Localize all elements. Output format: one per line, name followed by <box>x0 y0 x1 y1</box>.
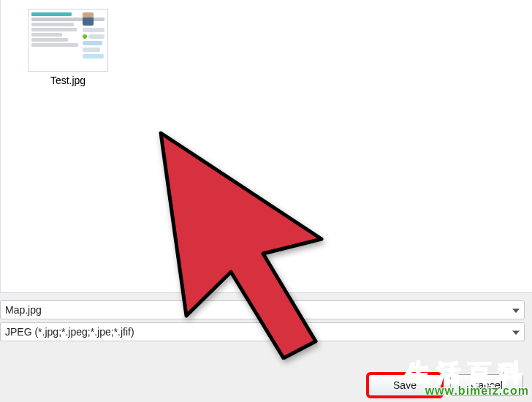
filename-combo[interactable]: Map.jpg <box>0 300 525 319</box>
cancel-button-label: Cancel <box>471 379 503 391</box>
chevron-down-icon <box>512 330 520 335</box>
file-item[interactable]: Test.jpg <box>24 9 112 86</box>
file-browser-area[interactable]: Test.jpg <box>0 0 532 292</box>
filetype-combo[interactable]: JPEG (*.jpg;*.jpeg;*.jpe;*.jfif) <box>0 322 525 341</box>
save-button-label: Save <box>393 379 417 391</box>
filename-value: Map.jpg <box>5 304 42 316</box>
cancel-button[interactable]: Cancel <box>450 374 523 396</box>
filetype-value: JPEG (*.jpg;*.jpeg;*.jpe;*.jfif) <box>5 326 134 338</box>
file-label: Test.jpg <box>24 75 112 86</box>
save-button[interactable]: Save <box>368 374 441 396</box>
save-bottom-panel: Map.jpg JPEG (*.jpg;*.jpeg;*.jpe;*.jfif)… <box>0 292 532 402</box>
file-grid: Test.jpg <box>1 0 532 292</box>
chevron-down-icon <box>512 308 520 313</box>
dialog-button-row: Save Cancel <box>0 374 532 396</box>
save-dialog: Test.jpg Map.jpg JPEG (*.jpg;*.jpeg;*.jp… <box>0 0 532 402</box>
file-thumbnail <box>28 9 108 72</box>
